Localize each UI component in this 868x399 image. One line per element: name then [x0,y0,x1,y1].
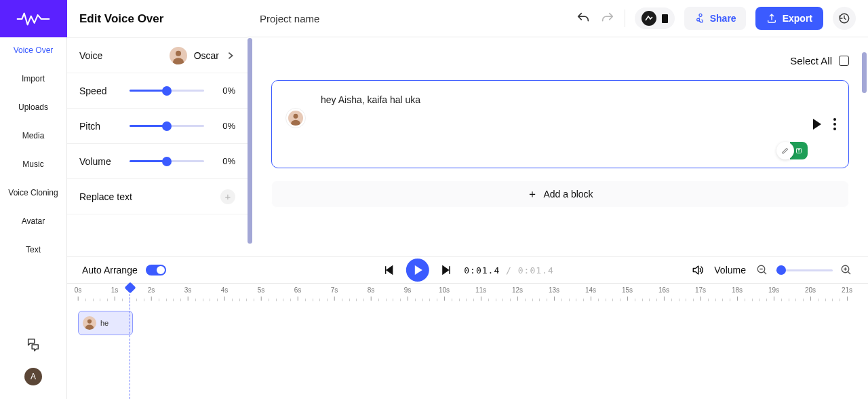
tick: 2s [148,286,155,294]
credits-pill[interactable] [635,7,675,29]
block-play-button[interactable] [813,119,821,130]
volume-label: Volume [714,265,746,276]
voice-avatar [170,47,187,64]
tick: 6s [294,286,302,294]
timeline-ruler[interactable]: 0s1s2s3s4s5s6s7s8s9s10s11s12s13s14s15s16… [78,286,868,304]
block-text[interactable]: hey Aisha, kaifa hal uka [314,92,835,105]
history-button[interactable] [833,7,856,30]
zoom-in-button[interactable] [840,263,853,277]
volume-label: Volume [79,156,120,167]
speed-label: Speed [79,86,120,96]
user-avatar[interactable]: A [24,368,42,385]
volume-slider[interactable] [130,160,204,162]
auto-arrange-toggle[interactable] [146,265,166,276]
auto-arrange-label: Auto Arrange [82,265,138,276]
voice-block[interactable]: hey Aisha, kaifa hal uka [271,80,849,168]
transport-bar: Auto Arrange 0:01.4 / 0:01.4 Volume [67,256,868,284]
voice-selector[interactable]: Voice Oscar [67,38,248,73]
clip-avatar [83,316,96,330]
rail-item-import[interactable]: Import [22,74,45,83]
tick: 8s [368,286,375,294]
credits-bar-icon [662,14,668,23]
tick: 1s [111,286,119,294]
tick: 0s [75,286,82,294]
rail-item-avatar[interactable]: Avatar [22,216,45,226]
time-display: 0:01.4 / 0:01.4 [464,265,553,276]
tick: 15s [622,286,633,294]
block-avatar [285,108,306,128]
edit-badge[interactable] [776,142,794,159]
add-block-button[interactable]: ＋ Add a block [271,180,849,208]
chevron-right-icon [226,51,235,60]
tick: 12s [512,286,523,294]
rail-item-text[interactable]: Text [26,245,41,254]
tick: 4s [221,286,229,294]
export-button[interactable]: Export [755,7,823,30]
tick: 11s [475,286,486,294]
volume-value: 0% [214,156,235,166]
add-replace-button[interactable]: + [220,189,235,204]
tick: 20s [805,286,816,294]
credits-icon [642,11,656,26]
rail-item-voice-over[interactable]: Voice Over [14,45,54,55]
main-canvas: Select All hey Aisha, kaifa hal uka ＋ Ad… [252,37,868,256]
chat-icon[interactable] [26,337,41,352]
top-header: Project name Share Export [248,0,868,37]
skip-back-icon[interactable] [381,263,395,277]
skip-forward-icon[interactable] [439,263,453,277]
rail-items: Voice OverImportUploadsMediaMusicVoice C… [0,37,66,337]
tick: 16s [658,286,669,294]
tick: 7s [331,286,338,294]
speed-slider[interactable] [130,90,204,92]
tick: 3s [184,286,192,294]
block-badges [776,142,808,159]
tick: 21s [842,286,852,294]
tick: 19s [768,286,779,294]
share-button[interactable]: Share [684,7,746,30]
waveform-icon [16,10,50,28]
zoom-slider[interactable] [776,269,833,271]
pitch-label: Pitch [79,121,120,132]
left-rail: Voice OverImportUploadsMediaMusicVoice C… [0,0,67,399]
replace-text-label: Replace text [79,191,132,202]
select-all[interactable]: Select All [271,55,849,66]
play-button[interactable] [406,259,429,282]
timeline-clip[interactable]: he [78,311,133,335]
volume-icon[interactable] [691,263,705,277]
export-icon [766,13,777,24]
playhead[interactable] [130,284,130,399]
pitch-row: Pitch0% [67,109,248,144]
speed-row: Speed0% [67,73,248,109]
rail-item-music[interactable]: Music [22,159,43,169]
replace-text-row[interactable]: Replace text + [67,179,248,214]
plus-icon: ＋ [527,187,538,202]
tick: 5s [258,286,265,294]
main-scrollbar[interactable] [862,52,867,93]
tick: 18s [732,286,743,294]
rail-item-media[interactable]: Media [22,131,45,140]
voice-name: Oscar [194,50,219,61]
speed-value: 0% [214,86,235,96]
pitch-slider[interactable] [130,125,204,127]
panel-scrollbar[interactable] [248,38,252,244]
zoom-out-button[interactable] [755,263,769,277]
redo-icon[interactable] [600,11,615,26]
undo-icon[interactable] [576,11,591,26]
clip-text: he [100,319,108,327]
rail-item-voice-cloning[interactable]: Voice Cloning [8,188,58,197]
rail-item-uploads[interactable]: Uploads [18,102,48,112]
project-name[interactable]: Project name [260,13,319,24]
tick: 17s [695,286,706,294]
history-icon [838,12,850,24]
volume-row: Volume0% [67,144,248,179]
timeline-track[interactable]: he [78,311,868,335]
tick: 10s [439,286,450,294]
tick: 13s [549,286,559,294]
pitch-value: 0% [214,121,235,131]
tick: 9s [404,286,412,294]
app-logo[interactable] [0,0,67,37]
block-menu-icon[interactable] [833,118,836,130]
timeline[interactable]: 0s1s2s3s4s5s6s7s8s9s10s11s12s13s14s15s16… [67,284,868,399]
select-all-checkbox[interactable] [839,56,849,66]
share-icon [694,13,705,24]
